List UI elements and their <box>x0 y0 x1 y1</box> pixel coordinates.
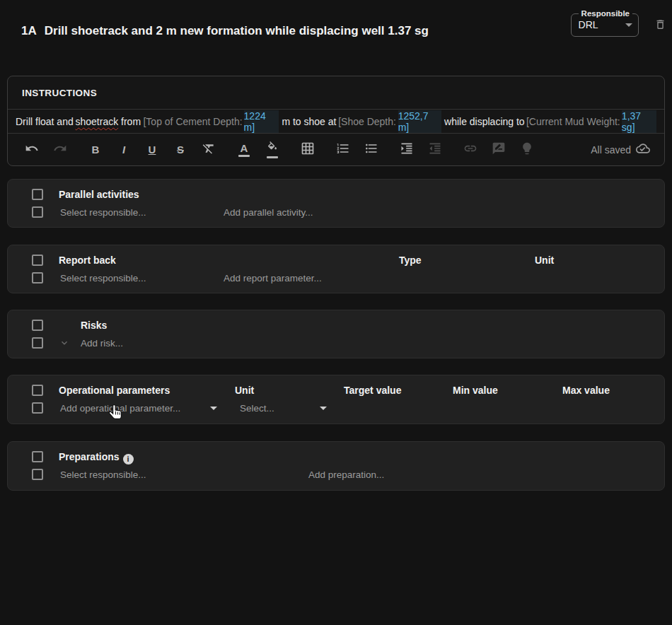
risk-expand-chevron[interactable] <box>59 337 70 351</box>
parallel-activities-title: Parallel activities <box>59 189 139 201</box>
add-preparation-input[interactable]: Add preparation... <box>308 469 384 481</box>
op-col-min: Min value <box>453 385 498 397</box>
add-parallel-activity-input[interactable]: Add parallel activity... <box>224 206 313 218</box>
bullet-list-icon <box>364 141 378 158</box>
fill-color-bar <box>267 156 278 158</box>
report-back-card: Report back Type Unit Select responsible… <box>7 245 665 293</box>
responsible-value: DRL <box>579 19 598 30</box>
activity-title: Drill shoetrack and 2 m new formation wh… <box>45 24 429 37</box>
fill-color-button[interactable] <box>263 141 282 159</box>
instruction-text: m to shoe at <box>279 116 338 127</box>
preparations-card: Preparationsi Select responsible... Add … <box>7 441 665 491</box>
underline-icon: U <box>149 144 156 155</box>
op-unit-select[interactable]: Select... <box>240 402 274 414</box>
chevron-down-icon <box>59 339 70 351</box>
info-icon[interactable]: i <box>123 454 134 465</box>
activity-code: 1A <box>21 24 37 37</box>
instructions-editor[interactable]: Drill float and shoetrack from [Top of C… <box>8 110 664 134</box>
report-back-header-checkbox[interactable] <box>32 255 43 266</box>
preparations-responsible-select[interactable]: Select responsible... <box>60 469 146 481</box>
instructions-card: INSTRUCTIONS Drill float and shoetrack f… <box>7 76 665 166</box>
instructions-heading: INSTRUCTIONS <box>22 88 97 98</box>
operational-parameter-row-checkbox[interactable] <box>32 402 43 414</box>
instruction-text: Drill float and <box>16 116 75 127</box>
strikethrough-button[interactable]: S <box>171 141 190 159</box>
numbered-list-button[interactable] <box>334 141 352 159</box>
operational-parameters-title: Operational parameters <box>59 385 170 397</box>
parallel-responsible-select[interactable]: Select responsible... <box>60 206 146 218</box>
op-col-target: Target value <box>344 385 401 397</box>
indent-increase-button[interactable] <box>398 141 416 159</box>
redo-button[interactable] <box>51 141 69 159</box>
cloud-done-icon <box>636 141 650 158</box>
link-icon <box>463 141 477 158</box>
report-back-col-unit: Unit <box>535 255 554 267</box>
parameter-dropdown-caret-icon[interactable] <box>210 407 217 410</box>
insert-table-button[interactable] <box>299 141 317 159</box>
responsible-value-row[interactable]: DRL <box>579 19 632 30</box>
italic-icon: I <box>122 144 125 155</box>
lightbulb-icon <box>520 141 534 158</box>
risks-card: Risks Add risk... <box>7 310 665 358</box>
parallel-activities-card: Parallel activities Select responsible..… <box>7 179 665 228</box>
insert-link-button[interactable] <box>461 141 480 159</box>
op-col-max: Max value <box>562 385 610 397</box>
clear-formatting-icon <box>202 141 216 158</box>
text-color-bar <box>238 155 250 157</box>
page-title: 1ADrill shoetrack and 2 m new formation … <box>21 24 429 38</box>
redo-icon <box>53 141 67 158</box>
annotate-icon <box>492 141 506 158</box>
token-value: 1,37 sg] <box>622 110 656 133</box>
responsible-select[interactable]: Responsible DRL <box>571 9 639 37</box>
risks-title: Risks <box>81 320 107 332</box>
op-col-unit: Unit <box>235 385 254 397</box>
text-color-icon: A <box>241 143 248 153</box>
indent-decrease-button[interactable] <box>426 141 444 159</box>
annotate-button[interactable] <box>489 141 508 159</box>
delete-activity-button[interactable] <box>654 18 666 33</box>
token-label: [Shoe Depth: <box>338 116 398 127</box>
preparations-title: Preparationsi <box>59 451 134 465</box>
report-back-col-type: Type <box>399 255 422 267</box>
save-status: All saved <box>591 141 650 158</box>
undo-icon <box>25 141 39 158</box>
parallel-activity-row-checkbox[interactable] <box>32 206 43 218</box>
operational-parameters-card: Operational parameters Unit Target value… <box>7 375 665 424</box>
strikethrough-icon: S <box>177 144 184 155</box>
operational-parameters-header-checkbox[interactable] <box>32 385 43 396</box>
suggestion-button[interactable] <box>518 141 536 159</box>
report-responsible-select[interactable]: Select responsible... <box>60 272 146 284</box>
token-value: 1224 m] <box>244 110 279 133</box>
risks-header-checkbox[interactable] <box>32 320 43 331</box>
preparations-title-text: Preparations <box>59 451 120 462</box>
instruction-text-misspelled: shoetrack <box>75 116 118 127</box>
add-report-parameter-input[interactable]: Add report parameter... <box>224 272 322 284</box>
chevron-down-icon <box>625 23 632 27</box>
instruction-text: while displacing to <box>441 116 526 127</box>
risk-row-checkbox[interactable] <box>32 337 43 349</box>
numbered-list-icon <box>336 141 350 158</box>
instruction-text: from <box>118 116 143 127</box>
token-label: [Top of Cement Depth: <box>143 116 243 127</box>
report-back-title: Report back <box>59 255 116 267</box>
preparation-row-checkbox[interactable] <box>32 469 43 480</box>
save-status-label: All saved <box>591 144 631 156</box>
parallel-activities-header-checkbox[interactable] <box>32 189 43 200</box>
unit-dropdown-caret-icon[interactable] <box>320 407 327 410</box>
indent-decrease-icon <box>428 141 442 158</box>
token-value: 1252,7 m] <box>398 110 441 133</box>
text-color-button[interactable]: A <box>235 141 253 159</box>
preparations-header-checkbox[interactable] <box>32 451 43 462</box>
add-operational-parameter-select[interactable]: Add operational parameter... <box>60 402 180 414</box>
add-risk-input[interactable]: Add risk... <box>81 337 123 349</box>
undo-button[interactable] <box>23 141 41 159</box>
table-icon <box>301 141 315 158</box>
bullet-list-button[interactable] <box>362 141 381 159</box>
italic-button[interactable]: I <box>115 141 133 159</box>
token-label: [Current Mud Weight: <box>526 116 622 127</box>
report-back-row-checkbox[interactable] <box>32 272 43 284</box>
underline-button[interactable]: U <box>143 141 161 159</box>
trash-icon <box>654 22 666 33</box>
clear-formatting-button[interactable] <box>199 141 218 159</box>
bold-button[interactable]: B <box>86 141 105 159</box>
